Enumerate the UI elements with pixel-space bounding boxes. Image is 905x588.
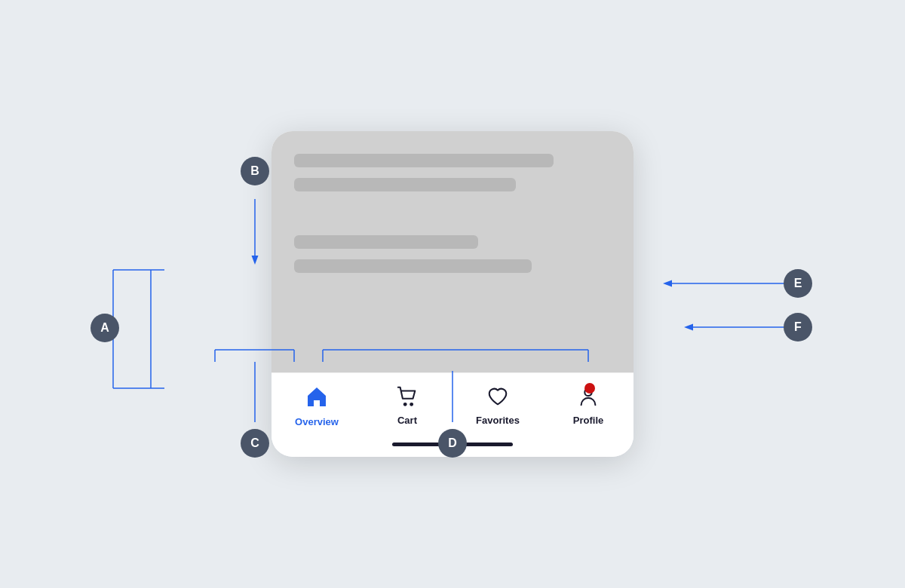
overview-label: Overview	[295, 416, 339, 427]
profile-label: Profile	[573, 415, 603, 426]
annotation-D: D	[438, 429, 467, 458]
cart-label: Cart	[397, 415, 417, 426]
content-bar-4	[294, 259, 532, 273]
tab-overview[interactable]: Overview	[287, 385, 347, 427]
annotation-B: B	[241, 157, 269, 185]
annotation-C: C	[241, 429, 269, 458]
annotation-A: A	[90, 314, 119, 342]
tab-favorites[interactable]: Favorites	[468, 385, 528, 426]
annotation-E: E	[784, 269, 812, 298]
notification-badge	[584, 383, 595, 394]
tab-profile[interactable]: Profile	[558, 385, 618, 426]
content-bar-1	[294, 154, 554, 167]
svg-point-0	[404, 403, 406, 406]
favorites-label: Favorites	[476, 415, 520, 426]
cart-icon	[396, 385, 419, 412]
tab-cart[interactable]: Cart	[377, 385, 437, 426]
content-area	[272, 131, 634, 372]
profile-icon	[577, 385, 600, 412]
tab-bar: Overview Cart	[272, 372, 634, 435]
annotation-F: F	[784, 313, 812, 341]
content-bar-2	[294, 178, 516, 191]
svg-point-1	[410, 403, 413, 406]
heart-icon	[486, 385, 509, 412]
content-bar-3	[294, 235, 478, 249]
phone-screen: Overview Cart	[272, 131, 634, 457]
home-icon	[305, 385, 329, 413]
